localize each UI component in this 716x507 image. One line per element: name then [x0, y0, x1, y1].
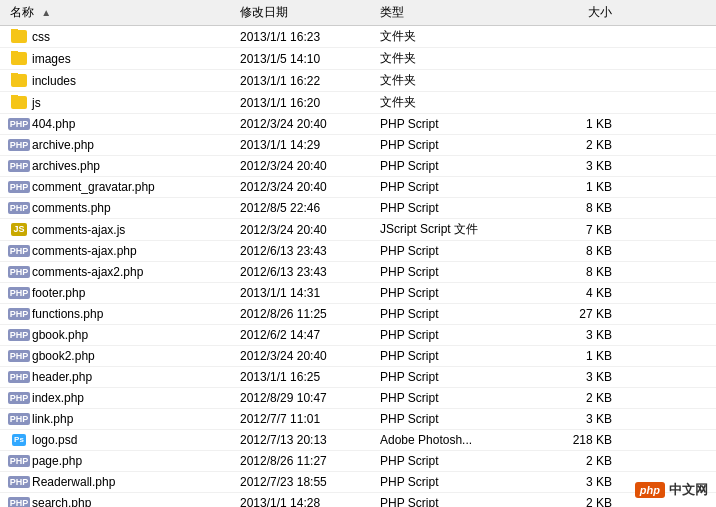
- php-icon: PHP: [8, 287, 31, 300]
- cell-size: 1 KB: [540, 180, 620, 194]
- col-header-size[interactable]: 大小: [540, 4, 620, 21]
- file-icon: PHP: [10, 411, 28, 427]
- cell-date: 2013/1/5 14:10: [240, 52, 380, 66]
- php-icon: PHP: [8, 371, 31, 384]
- cell-date: 2012/3/24 20:40: [240, 349, 380, 363]
- cell-size: 8 KB: [540, 265, 620, 279]
- table-row[interactable]: PHP functions.php 2012/8/26 11:25 PHP Sc…: [0, 304, 716, 325]
- cell-date: 2012/8/5 22:46: [240, 201, 380, 215]
- cell-filename: css: [0, 29, 240, 45]
- cell-filename: PHP index.php: [0, 390, 240, 406]
- cell-size: 218 KB: [540, 433, 620, 447]
- table-row[interactable]: PHP archive.php 2013/1/1 14:29 PHP Scrip…: [0, 135, 716, 156]
- cell-size: 2 KB: [540, 138, 620, 152]
- col-header-type[interactable]: 类型: [380, 4, 540, 21]
- table-row[interactable]: PHP comments-ajax.php 2012/6/13 23:43 PH…: [0, 241, 716, 262]
- cell-type: 文件夹: [380, 72, 540, 89]
- table-row[interactable]: PHP link.php 2012/7/7 11:01 PHP Script 3…: [0, 409, 716, 430]
- filename-label: images: [32, 52, 71, 66]
- table-row[interactable]: PHP 404.php 2012/3/24 20:40 PHP Script 1…: [0, 114, 716, 135]
- cell-date: 2012/3/24 20:40: [240, 223, 380, 237]
- file-icon: PHP: [10, 243, 28, 259]
- psd-icon: Ps: [12, 434, 26, 446]
- col-header-name[interactable]: 名称 ▲: [0, 4, 240, 21]
- cell-date: 2012/7/23 18:55: [240, 475, 380, 489]
- cell-filename: PHP footer.php: [0, 285, 240, 301]
- cell-size: 2 KB: [540, 454, 620, 468]
- filename-label: gbook2.php: [32, 349, 95, 363]
- cell-date: 2012/3/24 20:40: [240, 159, 380, 173]
- file-icon: PHP: [10, 200, 28, 216]
- cell-date: 2012/6/13 23:43: [240, 265, 380, 279]
- cell-filename: JS comments-ajax.js: [0, 222, 240, 238]
- table-row[interactable]: PHP gbook.php 2012/6/2 14:47 PHP Script …: [0, 325, 716, 346]
- cell-type: PHP Script: [380, 328, 540, 342]
- cell-filename: PHP archive.php: [0, 137, 240, 153]
- cell-date: 2012/8/29 10:47: [240, 391, 380, 405]
- filename-label: archives.php: [32, 159, 100, 173]
- folder-icon: [11, 30, 27, 43]
- cell-size: 3 KB: [540, 412, 620, 426]
- cell-filename: js: [0, 95, 240, 111]
- php-icon: PHP: [8, 160, 31, 173]
- file-icon: PHP: [10, 348, 28, 364]
- cell-type: 文件夹: [380, 50, 540, 67]
- table-row[interactable]: PHP gbook2.php 2012/3/24 20:40 PHP Scrip…: [0, 346, 716, 367]
- cell-size: 3 KB: [540, 159, 620, 173]
- cell-type: PHP Script: [380, 180, 540, 194]
- cell-type: PHP Script: [380, 117, 540, 131]
- table-row[interactable]: PHP header.php 2013/1/1 16:25 PHP Script…: [0, 367, 716, 388]
- cell-date: 2013/1/1 14:29: [240, 138, 380, 152]
- js-icon: JS: [11, 223, 26, 236]
- php-icon: PHP: [8, 139, 31, 152]
- cell-size: 7 KB: [540, 223, 620, 237]
- table-row[interactable]: PHP Readerwall.php 2012/7/23 18:55 PHP S…: [0, 472, 716, 493]
- column-headers: 名称 ▲ 修改日期 类型 大小: [0, 0, 716, 26]
- table-row[interactable]: PHP archives.php 2012/3/24 20:40 PHP Scr…: [0, 156, 716, 177]
- table-row[interactable]: PHP page.php 2012/8/26 11:27 PHP Script …: [0, 451, 716, 472]
- cell-type: PHP Script: [380, 370, 540, 384]
- filename-label: logo.psd: [32, 433, 77, 447]
- file-icon: PHP: [10, 327, 28, 343]
- php-icon: PHP: [8, 329, 31, 342]
- table-row[interactable]: css 2013/1/1 16:23 文件夹: [0, 26, 716, 48]
- cell-size: 3 KB: [540, 328, 620, 342]
- cell-type: PHP Script: [380, 201, 540, 215]
- filename-label: archive.php: [32, 138, 94, 152]
- file-icon: PHP: [10, 474, 28, 490]
- table-row[interactable]: PHP index.php 2012/8/29 10:47 PHP Script…: [0, 388, 716, 409]
- table-row[interactable]: images 2013/1/5 14:10 文件夹: [0, 48, 716, 70]
- file-icon: PHP: [10, 137, 28, 153]
- php-icon: PHP: [8, 350, 31, 363]
- cell-filename: PHP comments-ajax2.php: [0, 264, 240, 280]
- table-row[interactable]: PHP search.php 2013/1/1 14:28 PHP Script…: [0, 493, 716, 507]
- col-header-date[interactable]: 修改日期: [240, 4, 380, 21]
- file-icon: PHP: [10, 495, 28, 507]
- table-row[interactable]: PHP footer.php 2013/1/1 14:31 PHP Script…: [0, 283, 716, 304]
- filename-label: css: [32, 30, 50, 44]
- cell-type: PHP Script: [380, 244, 540, 258]
- cell-date: 2013/1/1 16:22: [240, 74, 380, 88]
- cell-filename: includes: [0, 73, 240, 89]
- table-row[interactable]: js 2013/1/1 16:20 文件夹: [0, 92, 716, 114]
- php-icon: PHP: [8, 266, 31, 279]
- cell-type: PHP Script: [380, 265, 540, 279]
- cell-type: PHP Script: [380, 412, 540, 426]
- cell-type: Adobe Photosh...: [380, 433, 540, 447]
- table-row[interactable]: PHP comments.php 2012/8/5 22:46 PHP Scri…: [0, 198, 716, 219]
- table-row[interactable]: PHP comments-ajax2.php 2012/6/13 23:43 P…: [0, 262, 716, 283]
- table-row[interactable]: JS comments-ajax.js 2012/3/24 20:40 JScr…: [0, 219, 716, 241]
- cell-type: PHP Script: [380, 286, 540, 300]
- sort-arrow: ▲: [41, 7, 51, 18]
- cell-filename: PHP comment_gravatar.php: [0, 179, 240, 195]
- cell-date: 2012/7/13 20:13: [240, 433, 380, 447]
- filename-label: comments-ajax.js: [32, 223, 125, 237]
- cell-type: PHP Script: [380, 159, 540, 173]
- table-row[interactable]: PHP comment_gravatar.php 2012/3/24 20:40…: [0, 177, 716, 198]
- filename-label: comments-ajax.php: [32, 244, 137, 258]
- cell-filename: PHP link.php: [0, 411, 240, 427]
- watermark: php 中文网: [635, 481, 708, 499]
- table-row[interactable]: includes 2013/1/1 16:22 文件夹: [0, 70, 716, 92]
- table-row[interactable]: Ps logo.psd 2012/7/13 20:13 Adobe Photos…: [0, 430, 716, 451]
- file-icon: PHP: [10, 264, 28, 280]
